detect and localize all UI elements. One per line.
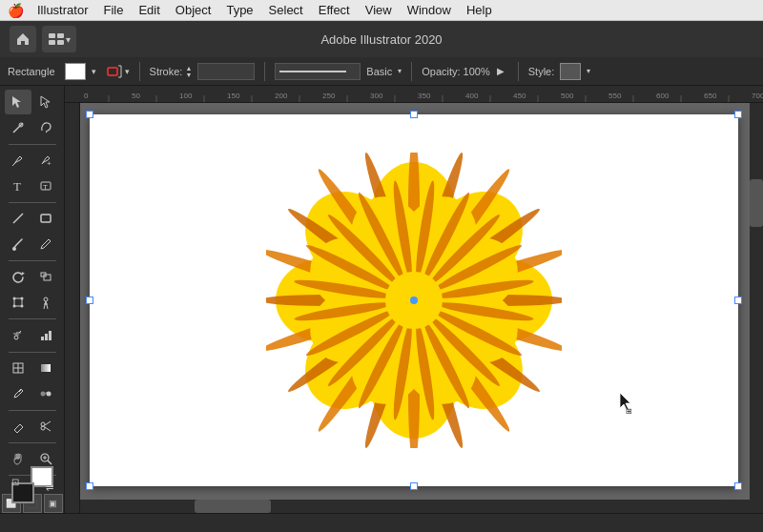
statusbar [0, 513, 763, 532]
menu-edit[interactable]: Edit [132, 1, 166, 19]
gradient-tool[interactable] [32, 356, 59, 380]
svg-rect-0 [49, 33, 55, 38]
area-type-tool[interactable]: T [32, 174, 59, 198]
svg-point-24 [19, 332, 21, 334]
svg-point-12 [12, 247, 16, 251]
svg-rect-4 [108, 68, 117, 75]
fill-dropdown-arrow[interactable]: ▾ [92, 67, 96, 76]
scale-tool[interactable] [32, 264, 59, 289]
svg-rect-31 [41, 364, 51, 372]
symbol-sprayer-tool[interactable] [5, 323, 31, 348]
lasso-tool[interactable] [32, 115, 59, 140]
svg-rect-25 [41, 337, 44, 340]
svg-point-129 [410, 297, 418, 304]
tool-row-2 [0, 115, 64, 140]
svg-rect-1 [57, 33, 64, 38]
selection-handle-bc[interactable] [410, 482, 418, 490]
direct-selection-tool[interactable] [32, 90, 59, 114]
svg-text:600: 600 [656, 92, 670, 100]
brush-stroke-display[interactable] [275, 63, 361, 80]
eyedropper-tool[interactable] [5, 381, 31, 406]
svg-point-18 [13, 305, 16, 308]
svg-line-40 [48, 460, 52, 464]
svg-point-19 [21, 305, 24, 308]
menu-help[interactable]: Help [460, 1, 499, 19]
svg-text:200: 200 [275, 92, 288, 100]
selection-handle-tc[interactable] [410, 111, 418, 118]
scrollbar-bottom[interactable] [80, 500, 750, 513]
fullscreen-preview-btn[interactable]: ▣ [44, 494, 63, 513]
tool-row-6 [0, 232, 64, 256]
svg-rect-2 [49, 40, 55, 45]
svg-text:450: 450 [513, 92, 526, 100]
stroke-spinner[interactable]: ▲ ▼ [185, 65, 192, 78]
puppet-warp-tool[interactable] [32, 290, 59, 315]
opacity-control: Opacity: 100% ▶ [422, 64, 508, 79]
eraser-tool[interactable] [5, 414, 31, 439]
svg-point-17 [21, 297, 24, 300]
canvas-area[interactable]: 0 50 100 150 200 250 300 350 400 [65, 86, 763, 513]
magic-wand-tool[interactable] [5, 115, 31, 140]
opacity-expand[interactable]: ▶ [493, 64, 508, 79]
pencil-tool[interactable] [32, 232, 59, 256]
tool-row-9 [0, 323, 64, 348]
menu-window[interactable]: Window [401, 1, 458, 19]
tool-row-12 [0, 414, 64, 439]
rectangle-tool[interactable] [32, 206, 59, 231]
scrollbar-right[interactable] [750, 103, 763, 513]
svg-rect-27 [49, 331, 52, 340]
brush-dropdown-arrow[interactable]: ▾ [398, 67, 402, 75]
apple-menu[interactable]: 🍎 [8, 3, 23, 18]
mesh-tool[interactable] [5, 356, 31, 380]
flower-graphic [266, 153, 562, 448]
svg-text:300: 300 [370, 92, 383, 100]
scrollbar-right-thumb[interactable] [750, 179, 763, 227]
tool-row-1 [0, 90, 64, 114]
fill-swatch[interactable] [65, 63, 86, 80]
free-transform-tool[interactable] [5, 290, 31, 315]
selection-handle-tl[interactable] [86, 111, 93, 118]
scrollbar-bottom-thumb[interactable] [195, 500, 271, 513]
workspace-switcher[interactable]: ▾ [42, 26, 76, 52]
home-button[interactable] [10, 26, 36, 52]
blend-tool[interactable] [32, 381, 59, 406]
svg-point-21 [14, 336, 18, 339]
hand-tool[interactable] [5, 446, 31, 471]
menu-object[interactable]: Object [169, 1, 218, 19]
paintbrush-tool[interactable] [5, 232, 31, 256]
reset-colors-btn[interactable]: ⊡ [11, 477, 19, 487]
menu-file[interactable]: File [96, 1, 130, 19]
selection-handle-bl[interactable] [86, 482, 93, 490]
selection-tool[interactable] [5, 90, 31, 114]
menu-view[interactable]: View [359, 1, 399, 19]
selection-handle-mr[interactable] [734, 297, 742, 304]
style-dropdown-arrow[interactable]: ▾ [587, 67, 590, 75]
ruler-left [65, 103, 80, 513]
line-segment-tool[interactable] [5, 206, 31, 231]
menu-illustrator[interactable]: Illustrator [31, 1, 94, 19]
selection-handle-ml[interactable] [86, 297, 93, 304]
pen-tool[interactable] [5, 148, 31, 173]
scissors-tool[interactable] [32, 414, 59, 439]
style-swatch[interactable] [560, 63, 581, 80]
toolbar: + T T [0, 86, 65, 513]
stroke-value-box[interactable] [197, 63, 255, 80]
column-graph-tool[interactable] [32, 323, 59, 348]
selection-handle-tr[interactable] [734, 111, 742, 118]
svg-rect-13 [44, 275, 51, 280]
svg-rect-3 [57, 40, 64, 45]
svg-text:+: + [47, 159, 52, 167]
add-anchor-tool[interactable]: + [32, 148, 59, 173]
rotate-tool[interactable] [5, 264, 31, 289]
titlebar-left-icons: ▾ [10, 26, 76, 52]
menu-select[interactable]: Select [262, 1, 310, 19]
swap-colors-btn[interactable]: ⇌ [46, 482, 53, 493]
svg-point-35 [41, 422, 45, 426]
svg-text:650: 650 [704, 92, 717, 100]
svg-text:150: 150 [227, 92, 240, 100]
type-tool[interactable]: T [5, 174, 31, 198]
selection-handle-br[interactable] [734, 482, 742, 490]
transform-icon[interactable]: ▾ [106, 63, 130, 80]
menu-effect[interactable]: Effect [312, 1, 357, 19]
menu-type[interactable]: Type [219, 1, 259, 19]
